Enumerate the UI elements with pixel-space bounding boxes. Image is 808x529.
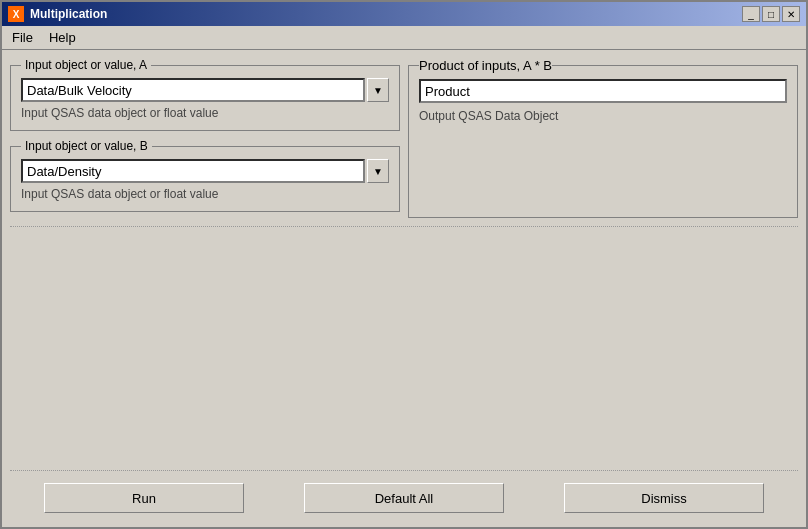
- middle-section: [10, 235, 798, 464]
- product-fieldset: Product of inputs, A * B Output QSAS Dat…: [408, 58, 798, 218]
- run-button[interactable]: Run: [44, 483, 244, 513]
- input-b-row: ▼: [21, 159, 389, 183]
- title-bar: X Multiplication _ □ ✕: [2, 2, 806, 26]
- product-legend: Product of inputs, A * B: [419, 58, 552, 73]
- window-title: Multiplication: [30, 7, 107, 21]
- maximize-button[interactable]: □: [762, 6, 780, 22]
- input-b-fieldset: Input object or value, B ▼ Input QSAS da…: [10, 139, 400, 212]
- product-field[interactable]: [419, 79, 787, 103]
- top-divider: [10, 226, 798, 227]
- menu-help[interactable]: Help: [43, 28, 82, 47]
- input-a-legend: Input object or value, A: [21, 58, 151, 72]
- input-b-legend: Input object or value, B: [21, 139, 152, 153]
- product-hint: Output QSAS Data Object: [419, 109, 787, 123]
- minimize-button[interactable]: _: [742, 6, 760, 22]
- menu-bar: File Help: [2, 26, 806, 50]
- title-bar-left: X Multiplication: [8, 6, 107, 22]
- right-panel: Product of inputs, A * B Output QSAS Dat…: [408, 58, 798, 218]
- title-bar-buttons: _ □ ✕: [742, 6, 800, 22]
- input-a-dropdown-button[interactable]: ▼: [367, 78, 389, 102]
- input-a-field[interactable]: [21, 78, 365, 102]
- button-bar: Run Default All Dismiss: [10, 477, 798, 519]
- left-panels: Input object or value, A ▼ Input QSAS da…: [10, 58, 400, 218]
- main-content: Input object or value, A ▼ Input QSAS da…: [2, 50, 806, 527]
- main-window: X Multiplication _ □ ✕ File Help Input o…: [0, 0, 808, 529]
- input-b-dropdown-button[interactable]: ▼: [367, 159, 389, 183]
- dismiss-button[interactable]: Dismiss: [564, 483, 764, 513]
- input-a-hint: Input QSAS data object or float value: [21, 106, 389, 120]
- menu-file[interactable]: File: [6, 28, 39, 47]
- input-a-row: ▼: [21, 78, 389, 102]
- default-all-button[interactable]: Default All: [304, 483, 504, 513]
- close-button[interactable]: ✕: [782, 6, 800, 22]
- window-icon: X: [8, 6, 24, 22]
- top-section: Input object or value, A ▼ Input QSAS da…: [10, 58, 798, 218]
- bottom-divider: [10, 470, 798, 471]
- input-b-field[interactable]: [21, 159, 365, 183]
- input-b-hint: Input QSAS data object or float value: [21, 187, 389, 201]
- input-a-fieldset: Input object or value, A ▼ Input QSAS da…: [10, 58, 400, 131]
